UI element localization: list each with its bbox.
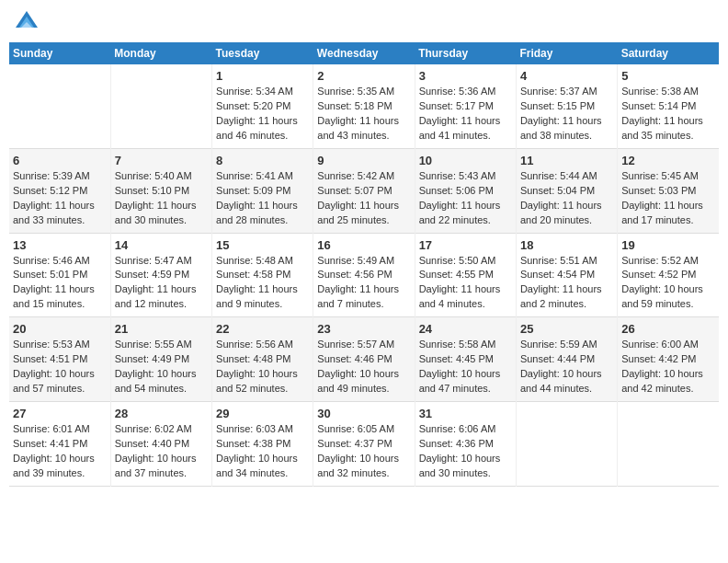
calendar-cell: 25Sunrise: 5:59 AM Sunset: 4:44 PM Dayli…	[516, 317, 617, 402]
day-number: 10	[419, 154, 512, 167]
col-header-wednesday: Wednesday	[313, 42, 415, 64]
col-header-tuesday: Tuesday	[212, 42, 313, 64]
calendar-cell	[516, 402, 617, 487]
day-info: Sunrise: 6:05 AM Sunset: 4:37 PM Dayligh…	[317, 422, 410, 481]
day-number: 24	[419, 322, 512, 336]
day-number: 1	[216, 69, 309, 83]
day-number: 6	[13, 154, 107, 167]
calendar-cell: 4Sunrise: 5:37 AM Sunset: 5:15 PM Daylig…	[516, 64, 617, 148]
day-number: 26	[621, 322, 715, 336]
week-row-1: 1Sunrise: 5:34 AM Sunset: 5:20 PM Daylig…	[9, 64, 719, 148]
col-header-monday: Monday	[110, 42, 211, 64]
day-number: 14	[115, 238, 208, 252]
day-info: Sunrise: 5:55 AM Sunset: 4:49 PM Dayligh…	[115, 338, 208, 396]
day-info: Sunrise: 5:46 AM Sunset: 5:01 PM Dayligh…	[13, 254, 107, 313]
day-info: Sunrise: 5:49 AM Sunset: 4:56 PM Dayligh…	[317, 254, 410, 313]
day-info: Sunrise: 5:57 AM Sunset: 4:46 PM Dayligh…	[317, 338, 410, 396]
day-number: 15	[216, 238, 309, 252]
day-info: Sunrise: 5:58 AM Sunset: 4:45 PM Dayligh…	[419, 338, 512, 396]
calendar-cell: 9Sunrise: 5:42 AM Sunset: 5:07 PM Daylig…	[313, 148, 415, 233]
day-number: 17	[419, 238, 512, 252]
week-row-2: 6Sunrise: 5:39 AM Sunset: 5:12 PM Daylig…	[9, 148, 719, 233]
day-number: 21	[115, 322, 208, 336]
col-header-saturday: Saturday	[618, 42, 719, 64]
col-header-sunday: Sunday	[9, 42, 110, 64]
calendar-cell: 10Sunrise: 5:43 AM Sunset: 5:06 PM Dayli…	[415, 148, 516, 233]
calendar-cell: 12Sunrise: 5:45 AM Sunset: 5:03 PM Dayli…	[618, 148, 719, 233]
calendar-cell: 17Sunrise: 5:50 AM Sunset: 4:55 PM Dayli…	[415, 233, 516, 317]
calendar-cell: 27Sunrise: 6:01 AM Sunset: 4:41 PM Dayli…	[9, 402, 110, 487]
day-number: 30	[317, 407, 410, 420]
calendar-cell: 26Sunrise: 6:00 AM Sunset: 4:42 PM Dayli…	[618, 317, 719, 402]
calendar-cell: 8Sunrise: 5:41 AM Sunset: 5:09 PM Daylig…	[212, 148, 313, 233]
calendar-cell	[9, 64, 110, 148]
calendar-cell: 30Sunrise: 6:05 AM Sunset: 4:37 PM Dayli…	[313, 402, 415, 487]
day-number: 3	[419, 69, 512, 83]
day-number: 22	[216, 322, 309, 336]
day-info: Sunrise: 5:48 AM Sunset: 4:58 PM Dayligh…	[216, 254, 309, 313]
calendar-cell: 31Sunrise: 6:06 AM Sunset: 4:36 PM Dayli…	[415, 402, 516, 487]
logo	[14, 9, 43, 35]
day-number: 25	[520, 322, 613, 336]
calendar-cell: 6Sunrise: 5:39 AM Sunset: 5:12 PM Daylig…	[9, 148, 110, 233]
week-row-3: 13Sunrise: 5:46 AM Sunset: 5:01 PM Dayli…	[9, 233, 719, 317]
day-info: Sunrise: 5:42 AM Sunset: 5:07 PM Dayligh…	[317, 169, 410, 228]
day-info: Sunrise: 5:50 AM Sunset: 4:55 PM Dayligh…	[419, 254, 512, 313]
day-info: Sunrise: 5:45 AM Sunset: 5:03 PM Dayligh…	[621, 169, 715, 228]
calendar-cell: 22Sunrise: 5:56 AM Sunset: 4:48 PM Dayli…	[212, 317, 313, 402]
day-info: Sunrise: 6:00 AM Sunset: 4:42 PM Dayligh…	[621, 338, 715, 396]
col-header-friday: Friday	[516, 42, 617, 64]
day-number: 8	[216, 154, 309, 167]
day-number: 16	[317, 238, 410, 252]
day-info: Sunrise: 5:35 AM Sunset: 5:18 PM Dayligh…	[317, 85, 410, 144]
calendar-cell: 16Sunrise: 5:49 AM Sunset: 4:56 PM Dayli…	[313, 233, 415, 317]
calendar-cell: 19Sunrise: 5:52 AM Sunset: 4:52 PM Dayli…	[618, 233, 719, 317]
calendar-cell: 29Sunrise: 6:03 AM Sunset: 4:38 PM Dayli…	[212, 402, 313, 487]
day-info: Sunrise: 5:43 AM Sunset: 5:06 PM Dayligh…	[419, 169, 512, 228]
day-number: 4	[520, 69, 613, 83]
day-number: 7	[115, 154, 208, 167]
day-info: Sunrise: 5:51 AM Sunset: 4:54 PM Dayligh…	[520, 254, 613, 313]
day-info: Sunrise: 5:39 AM Sunset: 5:12 PM Dayligh…	[13, 169, 107, 228]
calendar-cell: 20Sunrise: 5:53 AM Sunset: 4:51 PM Dayli…	[9, 317, 110, 402]
day-info: Sunrise: 5:38 AM Sunset: 5:14 PM Dayligh…	[621, 85, 715, 144]
day-number: 18	[520, 238, 613, 252]
day-number: 20	[13, 322, 107, 336]
day-info: Sunrise: 5:52 AM Sunset: 4:52 PM Dayligh…	[621, 254, 715, 313]
day-number: 12	[621, 154, 715, 167]
day-number: 19	[621, 238, 715, 252]
day-info: Sunrise: 5:36 AM Sunset: 5:17 PM Dayligh…	[419, 85, 512, 144]
col-header-thursday: Thursday	[415, 42, 516, 64]
calendar-cell: 24Sunrise: 5:58 AM Sunset: 4:45 PM Dayli…	[415, 317, 516, 402]
calendar-cell: 14Sunrise: 5:47 AM Sunset: 4:59 PM Dayli…	[110, 233, 211, 317]
day-info: Sunrise: 5:41 AM Sunset: 5:09 PM Dayligh…	[216, 169, 309, 228]
calendar-cell: 21Sunrise: 5:55 AM Sunset: 4:49 PM Dayli…	[110, 317, 211, 402]
logo-icon	[14, 9, 40, 35]
day-info: Sunrise: 5:40 AM Sunset: 5:10 PM Dayligh…	[115, 169, 208, 228]
day-number: 28	[115, 407, 208, 420]
calendar-cell: 7Sunrise: 5:40 AM Sunset: 5:10 PM Daylig…	[110, 148, 211, 233]
page-header	[9, 9, 719, 35]
calendar-cell: 5Sunrise: 5:38 AM Sunset: 5:14 PM Daylig…	[618, 64, 719, 148]
day-info: Sunrise: 5:59 AM Sunset: 4:44 PM Dayligh…	[520, 338, 613, 396]
calendar-cell: 11Sunrise: 5:44 AM Sunset: 5:04 PM Dayli…	[516, 148, 617, 233]
day-number: 23	[317, 322, 410, 336]
calendar-cell	[618, 402, 719, 487]
day-info: Sunrise: 6:03 AM Sunset: 4:38 PM Dayligh…	[216, 422, 309, 481]
day-info: Sunrise: 6:01 AM Sunset: 4:41 PM Dayligh…	[13, 422, 107, 481]
calendar-cell: 18Sunrise: 5:51 AM Sunset: 4:54 PM Dayli…	[516, 233, 617, 317]
calendar-cell: 3Sunrise: 5:36 AM Sunset: 5:17 PM Daylig…	[415, 64, 516, 148]
calendar-header: SundayMondayTuesdayWednesdayThursdayFrid…	[9, 42, 719, 64]
day-number: 27	[13, 407, 107, 420]
calendar-cell: 23Sunrise: 5:57 AM Sunset: 4:46 PM Dayli…	[313, 317, 415, 402]
calendar-cell: 15Sunrise: 5:48 AM Sunset: 4:58 PM Dayli…	[212, 233, 313, 317]
week-row-5: 27Sunrise: 6:01 AM Sunset: 4:41 PM Dayli…	[9, 402, 719, 487]
day-info: Sunrise: 6:02 AM Sunset: 4:40 PM Dayligh…	[115, 422, 208, 481]
day-number: 5	[621, 69, 715, 83]
calendar-cell: 28Sunrise: 6:02 AM Sunset: 4:40 PM Dayli…	[110, 402, 211, 487]
calendar-table: SundayMondayTuesdayWednesdayThursdayFrid…	[9, 42, 719, 487]
week-row-4: 20Sunrise: 5:53 AM Sunset: 4:51 PM Dayli…	[9, 317, 719, 402]
day-number: 29	[216, 407, 309, 420]
day-number: 11	[520, 154, 613, 167]
calendar-cell: 2Sunrise: 5:35 AM Sunset: 5:18 PM Daylig…	[313, 64, 415, 148]
